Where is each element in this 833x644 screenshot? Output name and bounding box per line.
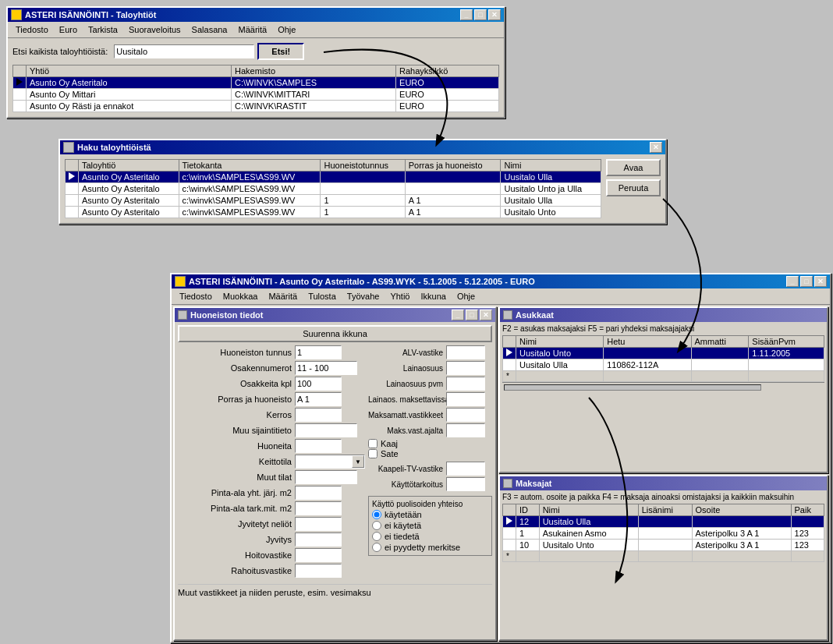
- table-row[interactable]: Asunto Oy Mittari C:\WINVK\MITTARI EURO: [13, 89, 499, 101]
- menu-tiedosto-3[interactable]: Tiedosto: [175, 290, 217, 303]
- window-title-3: ASTERI ISÄNNÖINTI - Asunto Oy Asteritalo…: [189, 277, 535, 286]
- label-maksamatt: Maksamatt.vastikkeet: [368, 411, 446, 419]
- titlebar-main: ASTERI ISÄNNÖINTI - Asunto Oy Asteritalo…: [172, 274, 830, 288]
- menu-maarita-3[interactable]: Määritä: [264, 290, 302, 303]
- col-sisaanpvm: SisäänPvm: [749, 336, 824, 348]
- input-osakkeita[interactable]: [295, 377, 342, 391]
- close-btn-2[interactable]: ✕: [650, 142, 662, 153]
- close-btn-3[interactable]: ✕: [814, 276, 827, 287]
- input-lainaosuuspvm[interactable]: [446, 377, 485, 391]
- input-kerros[interactable]: [295, 408, 342, 422]
- menu-tiedosto-1[interactable]: Tiedosto: [11, 23, 53, 36]
- input-kayttotarkoitus[interactable]: [446, 477, 485, 491]
- radio-label-ei-tiedeta: ei tiedetä: [385, 532, 420, 541]
- checkbox-sate[interactable]: [368, 449, 378, 458]
- window-asukkaat: Asukkaat F2 = asukas maksajaksi F5 = par…: [498, 306, 828, 473]
- maksajat-hint: F3 = autom. osoite ja paikka F4 = maksaj…: [502, 493, 824, 501]
- maximize-btn-1[interactable]: □: [474, 9, 487, 20]
- table-row[interactable]: Asunto Oy Asteritalo c:\winvk\SAMPLES\AS…: [66, 183, 601, 195]
- menu-tulosta[interactable]: Tulosta: [303, 290, 341, 303]
- table-row[interactable]: Asunto Oy Asteritalo c:\winvk\SAMPLES\AS…: [66, 207, 601, 218]
- table-row[interactable]: Asunto Oy Rästi ja ennakot C:\WINVK\RAST…: [13, 101, 499, 112]
- search-button-1[interactable]: Etsi!: [257, 43, 304, 60]
- menu-muokkaa[interactable]: Muokkaa: [218, 290, 263, 303]
- input-alv[interactable]: [446, 345, 485, 359]
- input-sijainti[interactable]: [295, 423, 357, 437]
- input-jyvitys[interactable]: [295, 533, 342, 547]
- main-icon: [175, 276, 186, 287]
- radio-ei-pyydetty[interactable]: ei pyydetty merkitse: [372, 543, 488, 552]
- menu-suoraveloitus[interactable]: Suoraveloitus: [124, 23, 186, 36]
- close-btn-1[interactable]: ✕: [488, 9, 501, 20]
- minimize-btn-1[interactable]: _: [460, 9, 473, 20]
- minimize-btn-3[interactable]: _: [786, 276, 799, 287]
- radio-ei-tiedeta[interactable]: ei tiedetä: [372, 532, 488, 541]
- minimize-huoneisto[interactable]: _: [452, 310, 464, 320]
- menu-maarita-1[interactable]: Määritä: [233, 23, 271, 36]
- menu-salasana[interactable]: Salasana: [187, 23, 232, 36]
- label-muut-tilat: Muut tilat: [178, 472, 295, 482]
- bottom-text: Muut vastikkeet ja niiden peruste, esim.…: [178, 588, 371, 597]
- asukkaat-table: Nimi Hetu Ammatti SisäänPvm Uusitalo Unt…: [502, 335, 824, 382]
- table-row[interactable]: Uusitalo Unto 1.11.2005: [503, 348, 824, 359]
- checkbox-kaaj[interactable]: [368, 439, 378, 448]
- table-row[interactable]: Uusitalo Ulla 110862-112A: [503, 359, 824, 371]
- input-kaapeli[interactable]: [446, 462, 485, 476]
- input-maksamatt[interactable]: [446, 408, 485, 422]
- suurenna-button[interactable]: Suurenna ikkuna: [178, 325, 492, 342]
- check-sate[interactable]: Sate: [368, 449, 492, 458]
- asukkaat-icon: [503, 310, 512, 320]
- check-kaaj[interactable]: Kaaj: [368, 439, 492, 448]
- menu-ohje-1[interactable]: Ohje: [273, 23, 300, 36]
- col-rahayksikko: Rahayksikkö: [396, 65, 499, 77]
- col-huoneistotunnus: Huoneistotunnus: [321, 160, 405, 172]
- titlebar-haku: Haku taloyhtiöistä ✕: [60, 140, 665, 154]
- radio-ei-kayteta[interactable]: ei käytetä: [372, 521, 488, 530]
- maximize-huoneisto[interactable]: □: [466, 310, 478, 320]
- maximize-btn-3[interactable]: □: [800, 276, 813, 287]
- input-porras[interactable]: [295, 392, 342, 406]
- titlebar-maksajat: Maksajat: [500, 476, 827, 490]
- input-hoitovastike[interactable]: [295, 548, 342, 562]
- input-maks-ajalta[interactable]: [446, 423, 485, 437]
- table-row[interactable]: Asunto Oy Asteritalo c:\winvk\SAMPLES\AS…: [66, 172, 601, 183]
- menu-ikkuna[interactable]: Ikkuna: [416, 290, 450, 303]
- label-tunnus: Huoneiston tunnus: [178, 348, 295, 357]
- haku-icon: [63, 142, 74, 153]
- input-lainaos-maks[interactable]: [446, 392, 485, 406]
- label-alv: ALV-vastike: [368, 349, 446, 357]
- label-huoneita: Huoneita: [178, 441, 295, 451]
- table-row[interactable]: Asunto Oy Asteritalo c:\winvk\SAMPLES\AS…: [66, 195, 601, 207]
- menu-yhtio[interactable]: Yhtiö: [385, 290, 414, 303]
- cell-hakemisto: C:\WINVK\SAMPLES: [232, 77, 396, 89]
- menu-tarkista[interactable]: Tarkista: [83, 23, 122, 36]
- menu-tyovahe[interactable]: Työvahe: [342, 290, 385, 303]
- input-rahoitusvastike[interactable]: [295, 564, 342, 578]
- input-pinta-tark[interactable]: [295, 501, 342, 515]
- table-row[interactable]: 10 Uusitalo Unto Asteripolku 3 A 1 123: [503, 539, 824, 550]
- label-sate: Sate: [381, 449, 399, 458]
- search-input-1[interactable]: [114, 44, 254, 58]
- dropdown-arrow-keittotila[interactable]: ▼: [352, 455, 364, 468]
- input-lainaosuus[interactable]: [446, 361, 485, 375]
- input-jyvitetyt[interactable]: [295, 517, 342, 531]
- close-huoneisto[interactable]: ✕: [480, 310, 492, 320]
- input-tunnus[interactable]: [295, 345, 342, 359]
- asukkaat-title: Asukkaat: [516, 310, 554, 320]
- input-osakennumerot[interactable]: [295, 361, 357, 375]
- input-pinta-jarj[interactable]: [295, 486, 342, 500]
- radio-kaytetaan[interactable]: käytetään: [372, 510, 488, 519]
- maksajat-icon: [503, 479, 512, 488]
- select-keittotila[interactable]: ▼: [295, 455, 365, 469]
- table-row[interactable]: 12 Uusitalo Ulla: [503, 515, 824, 527]
- avaa-button[interactable]: Avaa: [606, 159, 661, 176]
- table-row[interactable]: 1 Asukainen Asmo Asteripolku 3 A 1 123: [503, 527, 824, 539]
- titlebar-huoneisto: Huoneiston tiedot _ □ ✕: [175, 308, 495, 322]
- menu-ohje-3[interactable]: Ohje: [452, 290, 480, 303]
- label-porras: Porras ja huoneisto: [178, 395, 295, 404]
- input-huoneita[interactable]: [295, 439, 342, 453]
- table-row[interactable]: Asunto Oy Asteritalo C:\WINVK\SAMPLES EU…: [13, 77, 499, 89]
- menu-euro[interactable]: Euro: [55, 23, 82, 36]
- input-muut-tilat[interactable]: [295, 470, 357, 484]
- peruuta-button[interactable]: Peruuta: [606, 179, 661, 196]
